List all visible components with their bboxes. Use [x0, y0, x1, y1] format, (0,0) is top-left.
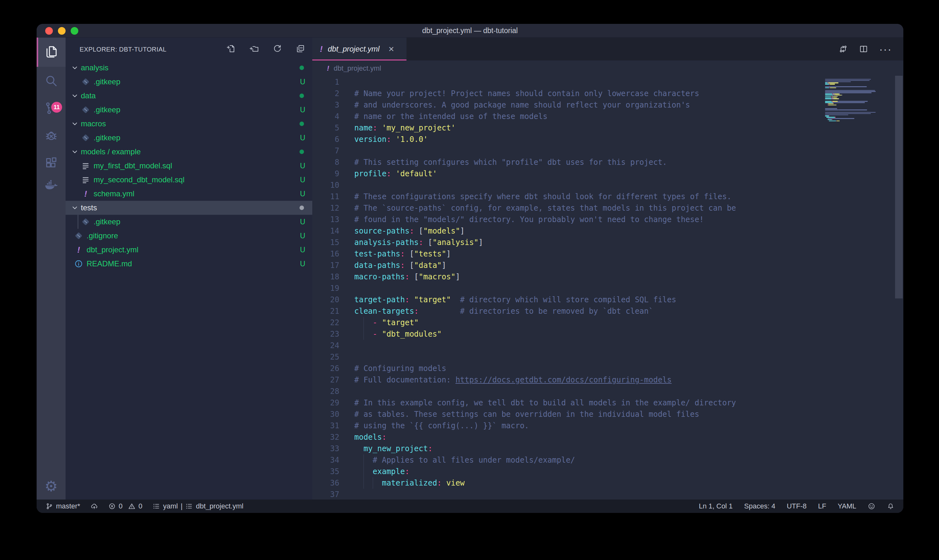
code-line-34[interactable]: 34 # Applies to all files under models/e… [312, 454, 904, 466]
new-file-button[interactable] [226, 44, 236, 54]
code-editor[interactable]: 12# Name your project! Project names sho… [312, 76, 904, 500]
split-editor-button[interactable] [859, 44, 868, 54]
breadcrumb-item-file[interactable]: dbt_project.yml [334, 64, 381, 72]
code-line-8[interactable]: 8# This setting configures which "profil… [312, 157, 904, 168]
activity-docker[interactable] [37, 171, 66, 200]
line-number: 30 [312, 409, 339, 420]
tree-item-dbt-project-yml[interactable]: !dbt_project.ymlU [66, 243, 312, 257]
activity-explorer[interactable] [37, 37, 66, 67]
tree-item-analysis[interactable]: analysis [66, 61, 312, 75]
code-line-15[interactable]: 15analysis-paths: ["analysis"] [312, 237, 904, 248]
tree-item-label: README.md [86, 259, 132, 268]
close-window-button[interactable] [45, 27, 53, 35]
indentation-status[interactable]: Spaces: 4 [744, 502, 775, 510]
open-changes-button[interactable] [838, 44, 848, 54]
tree-item-tests[interactable]: tests [66, 201, 312, 215]
sync-changes-button[interactable] [91, 502, 98, 510]
tree-item--gitkeep[interactable]: .gitkeepU [66, 131, 312, 145]
line-number: 28 [312, 386, 339, 397]
code-line-24[interactable]: 24 [312, 340, 904, 351]
editor-scrollbar[interactable] [895, 76, 903, 298]
code-line-26[interactable]: 26# Configuring models [312, 363, 904, 374]
tab-close-icon[interactable]: × [388, 44, 394, 54]
code-line-18[interactable]: 18macro-paths: ["macros"] [312, 271, 904, 283]
code-line-21[interactable]: 21clean-targets: # directories to be rem… [312, 305, 904, 317]
minimize-window-button[interactable] [58, 27, 66, 35]
line-number: 15 [312, 237, 339, 248]
tree-item-label: data [81, 91, 96, 100]
line-number: 24 [312, 340, 339, 351]
code-line-6[interactable]: 6version: '1.0.0' [312, 134, 904, 145]
tree-item-data[interactable]: data [66, 89, 312, 103]
code-line-36[interactable]: 36 materialized: view [312, 477, 904, 489]
code-line-7[interactable]: 7 [312, 145, 904, 157]
code-line-1[interactable]: 1 [312, 76, 904, 88]
tab-dbt-project-yml[interactable]: ! dbt_project.yml × [312, 37, 406, 60]
activity-debug[interactable] [37, 122, 66, 151]
tree-item--gitignore[interactable]: .gitignoreU [66, 229, 312, 243]
feedback-button[interactable] [868, 502, 875, 510]
code-line-23[interactable]: 23 - "dbt_modules" [312, 328, 904, 340]
code-line-content: data-paths: ["data"] [354, 260, 446, 271]
code-line-33[interactable]: 33 my_new_project: [312, 443, 904, 454]
new-folder-button[interactable] [249, 44, 259, 54]
code-line-22[interactable]: 22 - "target" [312, 317, 904, 328]
code-line-20[interactable]: 20target-path: "target" # directory whic… [312, 294, 904, 305]
code-line-5[interactable]: 5name: 'my_new_project' [312, 122, 904, 134]
collapse-folders-button[interactable] [296, 44, 305, 54]
yaml-schema-status[interactable]: yaml | dbt_project.yml [152, 502, 243, 510]
code-line-19[interactable]: 19 [312, 283, 904, 294]
problems-status[interactable]: 0 0 [108, 502, 143, 510]
tree-item-my-first-dbt-model-sql[interactable]: my_first_dbt_model.sqlU [66, 159, 312, 173]
code-line-4[interactable]: 4# name or the intended use of these mod… [312, 111, 904, 122]
code-line-16[interactable]: 16test-paths: ["tests"] [312, 248, 904, 260]
language-mode-status[interactable]: YAML [838, 502, 856, 510]
line-number: 6 [312, 134, 339, 145]
code-line-31[interactable]: 31# using the `{{ config(...) }}` macro. [312, 420, 904, 431]
git-branch-status[interactable]: master* [46, 502, 80, 510]
code-line-content: analysis-paths: ["analysis"] [354, 237, 483, 248]
code-line-28[interactable]: 28 [312, 386, 904, 397]
tree-item-schema-yml[interactable]: !schema.ymlU [66, 187, 312, 201]
tree-item-my-second-dbt-model-sql[interactable]: my_second_dbt_model.sqlU [66, 173, 312, 187]
minimap[interactable] [822, 76, 895, 267]
activity-settings[interactable]: ⚙ [37, 472, 66, 501]
refresh-explorer-button[interactable] [272, 44, 282, 54]
code-line-29[interactable]: 29# In this example config, we tell dbt … [312, 397, 904, 409]
code-line-17[interactable]: 17data-paths: ["data"] [312, 260, 904, 271]
eol-status[interactable]: LF [818, 502, 826, 510]
code-line-12[interactable]: 12# The `source-paths` config, for examp… [312, 202, 904, 214]
encoding-status[interactable]: UTF-8 [787, 502, 807, 510]
notifications-button[interactable] [887, 502, 894, 510]
more-actions-button[interactable]: ··· [879, 44, 892, 54]
code-line-11[interactable]: 11# These configurations specify where d… [312, 191, 904, 202]
activity-search[interactable] [37, 67, 66, 96]
tree-item-readme-md[interactable]: README.mdU [66, 257, 312, 271]
tree-item-models-example[interactable]: models / example [66, 145, 312, 159]
code-line-14[interactable]: 14source-paths: ["models"] [312, 225, 904, 237]
code-line-10[interactable]: 10 [312, 180, 904, 191]
code-line-30[interactable]: 30# as tables. These settings can be ove… [312, 409, 904, 420]
code-line-9[interactable]: 9profile: 'default' [312, 168, 904, 180]
smiley-icon [868, 502, 875, 510]
cursor-position-status[interactable]: Ln 1, Col 1 [699, 502, 733, 510]
doc-link[interactable]: https://docs.getdbt.com/docs/configuring… [456, 375, 672, 385]
tree-item--gitkeep[interactable]: .gitkeepU [66, 215, 312, 229]
code-line-37[interactable]: 37 [312, 489, 904, 500]
code-line-35[interactable]: 35 example: [312, 466, 904, 477]
code-line-32[interactable]: 32models: [312, 431, 904, 443]
tree-item--gitkeep[interactable]: .gitkeepU [66, 75, 312, 89]
code-line-3[interactable]: 3# and underscores. A good package name … [312, 99, 904, 111]
code-line-2[interactable]: 2# Name your project! Project names shou… [312, 88, 904, 99]
code-line-content: # This setting configures which "profile… [354, 157, 667, 168]
code-line-content: name: 'my_new_project' [354, 122, 456, 134]
zoom-window-button[interactable] [71, 27, 78, 35]
code-line-13[interactable]: 13# found in the "models/" directory. Yo… [312, 214, 904, 225]
tree-item--gitkeep[interactable]: .gitkeepU [66, 103, 312, 117]
code-line-25[interactable]: 25 [312, 351, 904, 363]
activity-source-control[interactable]: 11 [37, 94, 66, 123]
tree-item-macros[interactable]: macros [66, 117, 312, 131]
code-line-27[interactable]: 27# Full documentation: https://docs.get… [312, 374, 904, 386]
git-untracked-badge: U [300, 134, 305, 142]
line-number: 19 [312, 283, 339, 294]
